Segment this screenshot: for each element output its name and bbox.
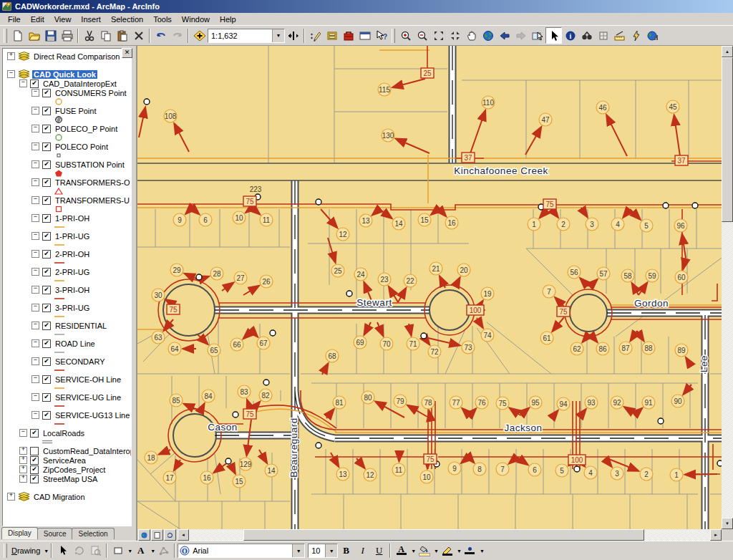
layer-checkbox[interactable]: ✔ xyxy=(42,214,51,223)
next-extent-button[interactable] xyxy=(513,27,529,44)
toc-label[interactable]: RESIDENTIAL xyxy=(54,322,108,330)
layer-checkbox[interactable]: ✔ xyxy=(30,475,39,483)
layer-symbol-circle-green[interactable] xyxy=(3,133,131,142)
cut-button[interactable] xyxy=(81,27,97,44)
layer-symbol-line-red[interactable] xyxy=(3,420,131,428)
text-tool[interactable]: A xyxy=(132,543,149,559)
layer-symbol-line-double[interactable] xyxy=(3,438,131,446)
collapse-box[interactable]: − xyxy=(31,160,39,168)
layer-checkbox[interactable] xyxy=(30,447,39,455)
collapse-box[interactable]: − xyxy=(31,357,39,365)
toc-item-direct-read-comparison[interactable]: +Direct Read Comparison xyxy=(3,52,131,61)
layer-checkbox[interactable]: ✔ xyxy=(42,250,51,259)
layer-symbol-circle-orange[interactable] xyxy=(3,97,131,106)
collapse-box[interactable]: − xyxy=(31,214,39,222)
data-view-button[interactable] xyxy=(138,529,150,541)
layer-symbol-line-orange[interactable] xyxy=(3,241,131,249)
layer-checkbox[interactable]: ✔ xyxy=(30,465,39,474)
expand-box[interactable]: + xyxy=(7,52,15,60)
fixed-zoom-out-button[interactable] xyxy=(447,27,463,44)
collapse-box[interactable]: − xyxy=(31,304,39,312)
layer-symbol-line-orange[interactable] xyxy=(3,276,131,285)
font-color-arrow[interactable]: ▼ xyxy=(411,549,416,554)
toolbar-grip[interactable] xyxy=(4,544,7,558)
layer-checkbox[interactable]: ✔ xyxy=(42,268,51,276)
collapse-box[interactable]: − xyxy=(19,429,27,437)
toolbar-grip[interactable] xyxy=(392,29,395,43)
toc-label[interactable]: SERVICE-UG13 Line xyxy=(54,411,131,420)
toc-label[interactable]: SERVICE-OH Line xyxy=(54,375,122,384)
scroll-right-button[interactable]: ► xyxy=(710,529,722,541)
go-to-xy-button[interactable] xyxy=(595,27,611,44)
full-extent-button[interactable] xyxy=(480,27,496,44)
toc-item-cad-quick-look[interactable]: −CAD Quick Look xyxy=(3,69,131,79)
menu-tools[interactable]: Tools xyxy=(148,14,177,24)
toc-item-cad-datainteropext[interactable]: −✔CAD_DataInteropExt xyxy=(3,79,131,88)
layer-symbol-line-orange[interactable] xyxy=(3,384,131,392)
select-features-button[interactable] xyxy=(529,27,545,44)
toc-item-servicearea[interactable]: +✔ServiceArea xyxy=(3,455,131,465)
layer-checkbox[interactable]: ✔ xyxy=(42,339,51,348)
horizontal-scroll-thumb[interactable] xyxy=(243,529,644,541)
layer-symbol-line-orange[interactable] xyxy=(3,223,131,231)
identify-button[interactable]: i xyxy=(562,27,578,44)
layer-checkbox[interactable]: ✔ xyxy=(42,178,51,187)
select-elements-tool[interactable] xyxy=(54,543,71,559)
zoom-in-button[interactable] xyxy=(397,27,414,44)
copy-button[interactable] xyxy=(97,27,114,44)
new-document-button[interactable] xyxy=(9,27,26,44)
expand-box[interactable]: + xyxy=(19,447,27,455)
toc-label[interactable]: SERVICE-UG Line xyxy=(54,393,122,402)
toc-item-transformers-o-point[interactable]: −✔TRANSFORMERS-O Point xyxy=(3,178,131,187)
toc-label[interactable]: POLECO Point xyxy=(54,143,110,151)
expand-box[interactable]: + xyxy=(19,456,27,464)
toc-close-button[interactable]: ✕ xyxy=(122,48,132,58)
collapse-box[interactable]: − xyxy=(31,339,39,347)
scroll-down-button[interactable]: ▼ xyxy=(722,518,733,529)
layer-symbol-fuse[interactable] xyxy=(3,115,131,124)
toc-item-cad-migration[interactable]: +CAD Migration xyxy=(3,492,131,501)
collapse-box[interactable]: − xyxy=(31,250,39,258)
toc-label[interactable]: TRANSFORMERS-O Point xyxy=(54,178,132,187)
collapse-box[interactable]: − xyxy=(31,268,39,276)
menu-selection[interactable]: Selection xyxy=(106,14,148,24)
toc-item-2-pri-ug[interactable]: −✔2-PRI-UG xyxy=(3,267,131,276)
collapse-box[interactable]: − xyxy=(19,79,27,87)
hyperlink-lightning-button[interactable] xyxy=(628,27,644,44)
toc-item-secondary[interactable]: −✔SECONDARY xyxy=(3,357,131,366)
measure-button[interactable] xyxy=(611,27,628,44)
layout-view-button[interactable] xyxy=(151,529,163,541)
paste-button[interactable] xyxy=(114,27,130,44)
layer-checkbox[interactable]: ✔ xyxy=(42,232,51,241)
map-vertical-scrollbar[interactable]: ▲ ▼ xyxy=(722,46,733,529)
toc-item-service-ug13-line[interactable]: −✔SERVICE-UG13 Line xyxy=(3,410,131,420)
layer-symbol-line-red[interactable] xyxy=(3,294,131,303)
print-button[interactable] xyxy=(59,27,75,44)
toc-tab-selection[interactable]: Selection xyxy=(72,528,114,539)
arctoolbox-button[interactable] xyxy=(340,27,356,44)
layer-checkbox[interactable]: ✔ xyxy=(42,89,51,97)
layer-symbol-line-red[interactable] xyxy=(3,402,131,410)
undo-button[interactable] xyxy=(152,27,169,44)
toc-item-road-line[interactable]: −✔ROAD Line xyxy=(3,339,131,348)
font-size-dropdown[interactable]: ▼ xyxy=(325,544,337,557)
expand-box[interactable]: + xyxy=(19,475,27,483)
toc-label[interactable]: 3-PRI-UG xyxy=(54,304,91,312)
toc-label[interactable]: ServiceArea xyxy=(42,456,87,465)
toc-label[interactable]: ROAD Line xyxy=(54,339,97,348)
toolbar-grip[interactable] xyxy=(4,29,7,43)
shape-tool[interactable] xyxy=(110,543,126,559)
select-elements-button[interactable] xyxy=(545,27,562,44)
toc-label[interactable]: 2-PRI-OH xyxy=(54,250,91,259)
editor-button[interactable] xyxy=(307,27,324,44)
menu-file[interactable]: File xyxy=(3,14,26,24)
toc-label[interactable]: SECONDARY xyxy=(54,357,106,366)
layer-checkbox[interactable]: ✔ xyxy=(30,429,39,438)
toc-label[interactable]: TRANSFORMERS-U Point xyxy=(54,196,132,205)
layer-symbol-line-red[interactable] xyxy=(3,366,131,375)
toc-label[interactable]: CONSUMERS Point xyxy=(54,89,128,97)
layer-checkbox[interactable]: ✔ xyxy=(42,411,51,420)
menu-window[interactable]: Window xyxy=(177,14,215,24)
collapse-box[interactable]: − xyxy=(7,70,15,78)
refresh-view-button[interactable] xyxy=(164,529,176,541)
